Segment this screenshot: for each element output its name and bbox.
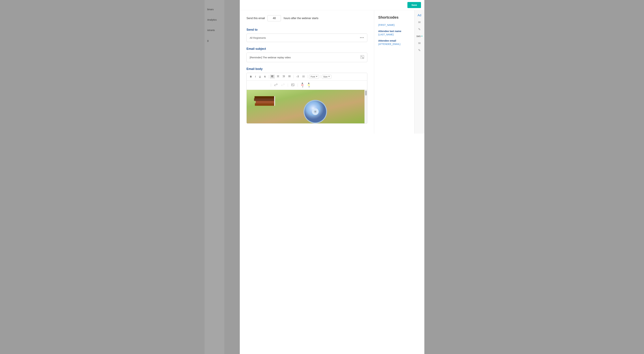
send-to-value: All Registrants <box>250 36 266 39</box>
text-color-button[interactable]: A <box>300 81 305 89</box>
svg-rect-15 <box>288 76 290 76</box>
svg-rect-12 <box>283 76 285 76</box>
shortcode-first-name-code[interactable]: {FIRST_NAME} <box>378 24 410 26</box>
sms-bullet: • <box>421 34 422 38</box>
svg-rect-33 <box>254 98 275 101</box>
email-subject-field[interactable]: [Reminder] The webinar replay video <box>246 53 367 62</box>
hours-input[interactable]: 48 <box>268 15 281 21</box>
shortcode-item-email: Attendee email {ATTENDEE_EMAIL} <box>378 39 410 45</box>
main-form: Send this email 48 hours after the webin… <box>240 10 374 134</box>
bold-button[interactable]: B <box>249 75 253 79</box>
svg-rect-11 <box>282 75 285 76</box>
svg-point-21 <box>302 76 303 76</box>
svg-rect-6 <box>271 76 273 76</box>
editor-scrollbar[interactable] <box>364 90 367 123</box>
svg-rect-19 <box>298 76 299 77</box>
font-dropdown[interactable]: Font <box>309 75 319 79</box>
edit-icon[interactable]: ✎ <box>418 27 421 31</box>
email-icon[interactable]: ✉ <box>418 20 421 24</box>
svg-rect-34 <box>254 96 275 98</box>
shortcode-last-name-name[interactable]: Attendee last name <box>378 30 410 32</box>
editor-toolbar-row2: A A <box>247 80 367 90</box>
shortcode-email-code[interactable]: {ATTENDEE_EMAIL} <box>378 43 410 45</box>
email-subject-section: Email subject [Reminder] The webinar rep… <box>246 47 367 62</box>
send-to-dots-icon[interactable]: ••• <box>360 36 364 39</box>
send-timing-prefix: Send this email <box>246 17 265 20</box>
send-to-section: Send to All Registrants ••• <box>246 28 367 42</box>
toolbar-sep-3 <box>308 75 308 78</box>
toolbar-sep-4 <box>320 75 320 78</box>
svg-rect-5 <box>271 75 274 76</box>
email-subject-value: [Reminder] The webinar replay video <box>250 56 360 59</box>
svg-rect-13 <box>282 77 285 77</box>
image-button[interactable] <box>290 83 296 87</box>
email-editor: B I U S <box>246 73 367 124</box>
svg-point-23 <box>302 76 303 77</box>
email-body-label: Email body <box>246 67 367 71</box>
svg-point-45 <box>315 111 316 112</box>
italic-button[interactable]: I <box>254 75 257 79</box>
shortcode-email-name[interactable]: Attendee email <box>378 39 410 42</box>
edit-icon-2[interactable]: ✎ <box>418 48 421 52</box>
add-action[interactable]: Ad <box>418 13 421 17</box>
svg-rect-14 <box>288 75 290 76</box>
shortcodes-title: Shortcodes <box>378 15 410 20</box>
shortcode-item-last-name: Attendee last name {LAST_NAME} <box>378 30 410 36</box>
svg-rect-9 <box>277 76 279 76</box>
scrollbar-thumb[interactable] <box>365 91 367 96</box>
align-right-button[interactable] <box>281 75 286 79</box>
bg-color-button[interactable]: A <box>306 81 311 89</box>
send-timing-row: Send this email 48 hours after the webin… <box>246 15 367 21</box>
svg-rect-32 <box>256 101 275 103</box>
email-body-section: Email body B I U S <box>246 67 367 124</box>
sms-section: SMS • <box>416 34 422 38</box>
editor-toolbar-row1: B I U S <box>247 73 367 80</box>
svg-rect-24 <box>303 76 304 77</box>
ordered-list-button[interactable]: 1. <box>295 75 300 79</box>
align-left-button[interactable] <box>270 75 275 79</box>
svg-rect-26 <box>303 77 304 77</box>
svg-rect-8 <box>277 75 279 76</box>
unordered-list-button[interactable] <box>301 75 306 79</box>
toolbar-sep-1 <box>268 75 268 78</box>
svg-rect-31 <box>255 103 275 106</box>
editor-body[interactable] <box>247 90 367 123</box>
send-timing-suffix: hours after the webinar starts <box>284 17 318 20</box>
save-button[interactable]: Save <box>408 2 421 8</box>
svg-point-29 <box>292 84 292 85</box>
svg-rect-4 <box>362 57 364 58</box>
size-dropdown[interactable]: Size <box>322 75 332 79</box>
top-bar: Save <box>240 0 424 10</box>
editor-image <box>247 90 367 123</box>
align-justify-button[interactable] <box>287 75 292 79</box>
send-to-dropdown[interactable]: All Registrants ••• <box>246 33 367 42</box>
svg-rect-3 <box>361 57 362 57</box>
strikethrough-button[interactable]: S <box>263 75 267 79</box>
link-button[interactable] <box>273 83 279 87</box>
shortcode-item-first-name: {FIRST_NAME} <box>378 24 410 26</box>
right-action-bar: Ad ✉ ✎ SMS • ✉ ✎ <box>414 10 424 134</box>
email-subject-label: Email subject <box>246 47 367 51</box>
size-dropdown-label: Size <box>323 75 328 78</box>
modal-container: Save Send this email 48 hours after the … <box>240 0 424 354</box>
svg-rect-20 <box>298 77 299 77</box>
toolbar-sep-2 <box>293 75 294 78</box>
svg-rect-22 <box>303 76 304 76</box>
font-dropdown-label: Font <box>310 75 315 78</box>
sms-label[interactable]: SMS <box>416 35 421 37</box>
toolbar-sep-6 <box>288 83 288 87</box>
svg-rect-16 <box>288 77 290 77</box>
underline-button[interactable]: U <box>258 75 262 79</box>
subject-shortcode-icon[interactable] <box>360 55 364 60</box>
email-icon-2[interactable]: ✉ <box>418 41 421 45</box>
svg-rect-7 <box>271 77 274 77</box>
shortcode-last-name-code[interactable]: {LAST_NAME} <box>378 33 410 36</box>
align-center-button[interactable] <box>276 75 280 79</box>
svg-rect-10 <box>277 77 279 77</box>
unlink-button[interactable] <box>280 83 286 87</box>
shortcodes-panel: Shortcodes {FIRST_NAME} Attendee last na… <box>374 10 414 134</box>
svg-rect-2 <box>361 56 363 57</box>
svg-rect-1 <box>361 56 362 56</box>
svg-point-25 <box>302 77 303 77</box>
send-to-label: Send to <box>246 28 367 31</box>
